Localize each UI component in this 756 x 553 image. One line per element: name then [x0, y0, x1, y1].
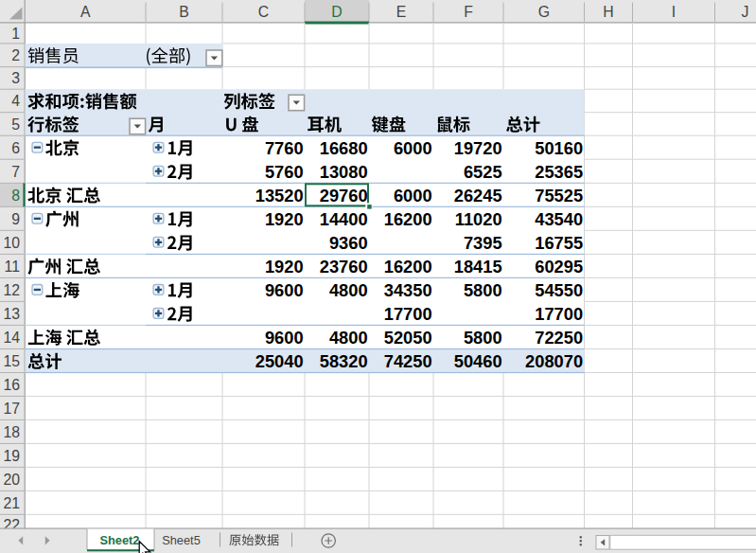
svg-text:9: 9 [11, 211, 20, 227]
svg-text:C: C [258, 4, 269, 20]
svg-text:9600: 9600 [265, 280, 304, 300]
svg-text:J: J [742, 4, 749, 20]
svg-text:11020: 11020 [455, 209, 502, 229]
svg-text:D: D [331, 4, 342, 20]
svg-text:5800: 5800 [464, 328, 502, 348]
svg-text:52050: 52050 [384, 328, 432, 348]
svg-text:1920: 1920 [265, 209, 304, 229]
svg-text:7: 7 [11, 164, 20, 180]
svg-text:Sheet5: Sheet5 [162, 533, 201, 547]
svg-text:43540: 43540 [535, 209, 583, 229]
svg-text:29760: 29760 [320, 186, 368, 205]
svg-text:4800: 4800 [329, 328, 368, 348]
svg-text:13: 13 [3, 306, 20, 322]
svg-text:60295: 60295 [535, 257, 583, 276]
svg-text:1: 1 [11, 26, 20, 42]
svg-text:2: 2 [11, 47, 20, 63]
svg-text:58320: 58320 [320, 351, 368, 371]
svg-text:5760: 5760 [265, 162, 304, 182]
svg-text:26245: 26245 [454, 186, 502, 205]
svg-text:5: 5 [11, 116, 20, 133]
svg-text:74250: 74250 [384, 351, 432, 371]
svg-text:13080: 13080 [320, 162, 368, 182]
svg-text:4: 4 [11, 93, 20, 109]
svg-text:17700: 17700 [535, 304, 583, 324]
svg-text:50460: 50460 [454, 351, 502, 371]
svg-text:72250: 72250 [535, 328, 583, 348]
svg-text:17: 17 [3, 401, 20, 417]
svg-text:12: 12 [3, 282, 20, 298]
svg-text:6000: 6000 [394, 138, 432, 158]
svg-text:208070: 208070 [525, 351, 583, 371]
svg-text:34350: 34350 [384, 280, 432, 300]
svg-text:19: 19 [3, 448, 20, 464]
svg-text:21: 21 [3, 495, 20, 511]
svg-text:6: 6 [11, 140, 20, 156]
svg-text:18415: 18415 [454, 257, 502, 276]
svg-text:16680: 16680 [320, 138, 368, 158]
svg-text:14: 14 [3, 330, 20, 346]
svg-text:9360: 9360 [329, 233, 368, 253]
svg-text:11: 11 [5, 259, 21, 275]
svg-text:7760: 7760 [265, 138, 304, 158]
svg-text:6525: 6525 [464, 162, 502, 182]
svg-text:B: B [179, 4, 189, 20]
svg-text:16755: 16755 [535, 233, 583, 253]
svg-text:1920: 1920 [265, 257, 304, 276]
svg-text:25040: 25040 [255, 351, 304, 371]
svg-text:16200: 16200 [384, 257, 432, 276]
svg-text:25365: 25365 [535, 162, 583, 182]
svg-text:19720: 19720 [454, 138, 502, 158]
svg-text:10: 10 [3, 235, 20, 251]
svg-text:H: H [603, 4, 613, 20]
svg-text:9600: 9600 [265, 328, 304, 348]
svg-text:17700: 17700 [384, 304, 432, 324]
svg-text:7395: 7395 [464, 233, 502, 253]
svg-text:5800: 5800 [464, 280, 502, 300]
svg-text:16200: 16200 [384, 209, 432, 229]
svg-text:23760: 23760 [320, 257, 368, 276]
svg-text:15: 15 [3, 353, 20, 369]
svg-text:16: 16 [3, 377, 20, 393]
svg-text:8: 8 [11, 187, 20, 204]
svg-text:Sheet2: Sheet2 [100, 533, 140, 547]
svg-text:50160: 50160 [535, 138, 583, 158]
svg-text:13520: 13520 [255, 186, 304, 205]
svg-text:3: 3 [11, 70, 20, 86]
svg-text:4800: 4800 [329, 280, 368, 300]
svg-text:54550: 54550 [535, 280, 583, 300]
svg-text:E: E [396, 4, 407, 20]
svg-text:F: F [464, 4, 473, 20]
svg-text:18: 18 [3, 424, 20, 440]
svg-text:A: A [80, 4, 91, 20]
svg-text:6000: 6000 [394, 186, 432, 205]
svg-text:I: I [672, 4, 676, 20]
svg-text:20: 20 [3, 472, 20, 488]
svg-text:75525: 75525 [535, 186, 583, 205]
svg-text:G: G [538, 4, 550, 20]
svg-text:14400: 14400 [320, 209, 368, 229]
